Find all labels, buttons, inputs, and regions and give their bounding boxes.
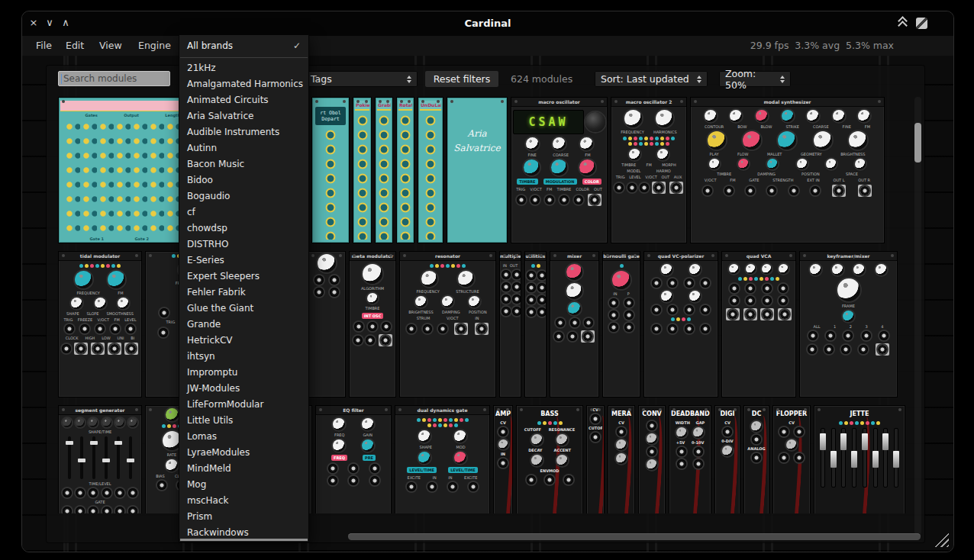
brand-menu-item[interactable]: DISTRHO xyxy=(179,237,308,253)
brand-menu-item[interactable]: Fehler Fabrik xyxy=(179,285,308,301)
jack xyxy=(652,324,661,333)
brand-menu-item[interactable]: JW-Modules xyxy=(179,381,308,397)
brand-menu-item[interactable]: Prism xyxy=(179,509,308,525)
panel-label: FREQUENCY xyxy=(76,291,99,295)
brand-menu-item[interactable]: MindMeld xyxy=(179,461,308,477)
output-pad xyxy=(74,343,88,355)
module-card[interactable]: macro oscillator 2FREQUENCYHARMONICSTIMB… xyxy=(611,97,687,243)
module-card[interactable]: rt Obol Depart xyxy=(311,97,350,243)
jack xyxy=(126,324,135,333)
led-dot xyxy=(620,264,624,268)
slider-handle xyxy=(90,441,98,445)
brand-menu-item[interactable]: LyraeModules xyxy=(179,445,308,461)
module-card[interactable]: FLOPPERCV xyxy=(772,405,811,513)
module-card[interactable]: Grabby xyxy=(375,97,393,243)
module-card[interactable]: Pokies xyxy=(353,97,372,243)
module-card[interactable]: multiplesINOUT xyxy=(499,251,521,397)
panel-label: COARSE xyxy=(813,124,829,129)
brand-menu-item[interactable]: HetrickCV xyxy=(179,333,308,349)
menu-item-engine[interactable]: Engine xyxy=(138,40,171,51)
search-input[interactable]: Search modules xyxy=(58,71,170,86)
module-card[interactable]: DEADBANDWIDTHGAP+5V0-10V xyxy=(669,405,711,513)
brand-menu-item[interactable]: Lomas xyxy=(179,429,308,445)
led-dot xyxy=(553,421,557,425)
jack xyxy=(826,331,835,340)
module-card[interactable]: utilities xyxy=(524,251,547,397)
jack-row xyxy=(310,275,343,285)
desktop: × ∨ ∧ Cardinal File Edit View Engine Hel… xyxy=(0,0,974,560)
module-card[interactable]: EQ filterFREQGAINFREQPRE xyxy=(315,405,392,513)
module-card[interactable]: CVCUTOFF xyxy=(586,405,605,513)
module-card[interactable]: quad VCA xyxy=(721,251,796,397)
module-card[interactable]: segment generatorSHAPE/TIMETIME/LEVELGAT… xyxy=(58,405,142,513)
brand-menu-item[interactable]: ihtsyn xyxy=(179,349,308,365)
jack xyxy=(127,344,136,353)
module-card[interactable]: DCANALOG xyxy=(743,405,769,513)
module-card[interactable]: AriaSalvatrice xyxy=(447,97,508,243)
brand-menu-item[interactable]: Bacon Music xyxy=(179,156,308,172)
jack xyxy=(328,464,337,473)
module-card[interactable]: modal synthesizerCONTOURBOWBLOWSTRIKECOA… xyxy=(690,97,885,243)
module-card[interactable]: Rotatoes xyxy=(396,97,414,243)
vertical-scrollbar-thumb[interactable] xyxy=(914,123,921,163)
module-card[interactable]: MERACV xyxy=(608,405,635,513)
module-card[interactable]: resonatorFREQUENCYSTRUCTUREBRIGHTNESSDAM… xyxy=(399,251,496,397)
label-row: FREQUENCYSTRUCTURE xyxy=(402,289,494,294)
brand-menu-item[interactable]: Audible Instruments xyxy=(179,124,308,140)
brand-menu-item[interactable]: Grande xyxy=(179,317,308,333)
module-card[interactable]: quad VC-polarizer xyxy=(643,251,718,397)
panel-label: +5V xyxy=(676,440,685,445)
module-card[interactable]: tidal modulatorFREQUENCYFMSHAPESLOPESMOO… xyxy=(58,251,142,397)
collapse-all-icon[interactable] xyxy=(899,20,906,29)
brand-menu-item[interactable]: Animated Circuits xyxy=(179,92,308,108)
brand-menu-item[interactable]: Little Utils xyxy=(179,413,308,429)
brand-menu-item[interactable]: Bidoo xyxy=(179,172,308,188)
module-card[interactable] xyxy=(308,251,346,397)
tags-select[interactable]: Tags xyxy=(305,71,418,87)
reset-filters-button[interactable]: Reset filters xyxy=(425,71,498,87)
brand-menu-item[interactable]: Autinn xyxy=(179,140,308,156)
module-card[interactable]: keyframer/mixerFRAMEALL1234 xyxy=(799,251,898,397)
brand-menu-item[interactable]: LifeFormModular xyxy=(179,397,308,413)
module-card[interactable]: DIGICV0-DIV xyxy=(714,405,740,513)
jack xyxy=(110,344,119,353)
brand-menu-item[interactable]: Aria Salvatrice xyxy=(179,108,308,124)
brand-menu-item[interactable]: 21kHz xyxy=(179,60,308,76)
jack xyxy=(353,336,363,345)
brand-menu-item[interactable]: mscHack xyxy=(179,493,308,509)
module-card[interactable]: mixer xyxy=(550,251,599,397)
vertical-scrollbar[interactable] xyxy=(914,97,921,535)
module-card[interactable]: macro oscillatorCSAWFINECOARSEFMTIMBREMO… xyxy=(511,97,608,243)
jack xyxy=(647,421,656,430)
sort-select[interactable]: Sort: Last updated xyxy=(595,71,708,87)
brand-menu-selected[interactable]: All brands ✓ xyxy=(179,37,308,55)
brand-menu-item[interactable]: Amalgamated Harmonics xyxy=(179,76,308,92)
horizontal-scrollbar-thumb[interactable] xyxy=(348,533,921,540)
brand-menu-item[interactable]: Impromptu xyxy=(179,365,308,381)
panel-label: EXCITE xyxy=(408,475,421,480)
module-card[interactable]: dual dynamics gateSHAPEMODLEVEL/TIMELEVE… xyxy=(395,405,490,513)
brand-menu-item[interactable]: chowdsp xyxy=(179,220,308,237)
brand-menu-item[interactable]: Mog xyxy=(179,477,308,493)
module-card[interactable]: bernoulli gateINP xyxy=(602,251,640,397)
knob xyxy=(708,131,726,150)
brand-menu-item[interactable]: Expert Sleepers xyxy=(179,269,308,285)
module-card[interactable]: meta modulatorALGORITHMTIMBREINT OSC xyxy=(349,251,396,397)
knob xyxy=(458,271,474,287)
module-title: DIGI xyxy=(717,407,738,419)
jack-row xyxy=(318,464,389,473)
brand-menu-item[interactable]: Bogaudio xyxy=(179,188,308,204)
module-card[interactable]: AMPCVIN xyxy=(493,405,513,513)
menu-item-file[interactable]: File xyxy=(36,40,52,51)
module-card[interactable]: BASSCUTOFFRESONANCEDECAYACCENTENVMOD xyxy=(516,405,583,513)
module-card[interactable]: CONV xyxy=(638,405,666,513)
jack xyxy=(763,296,772,305)
brand-menu-item[interactable]: cf xyxy=(179,204,308,220)
module-card[interactable]: JETTE xyxy=(814,405,905,513)
menu-item-edit[interactable]: Edit xyxy=(66,40,84,51)
zoom-select[interactable]: Zoom: 50% xyxy=(719,71,791,87)
module-card[interactable]: UnDuLaR xyxy=(418,97,443,243)
menu-item-view[interactable]: View xyxy=(99,40,122,51)
brand-menu-item[interactable]: Glue the Giant xyxy=(179,301,308,317)
brand-menu-item[interactable]: E-Series xyxy=(179,253,308,269)
